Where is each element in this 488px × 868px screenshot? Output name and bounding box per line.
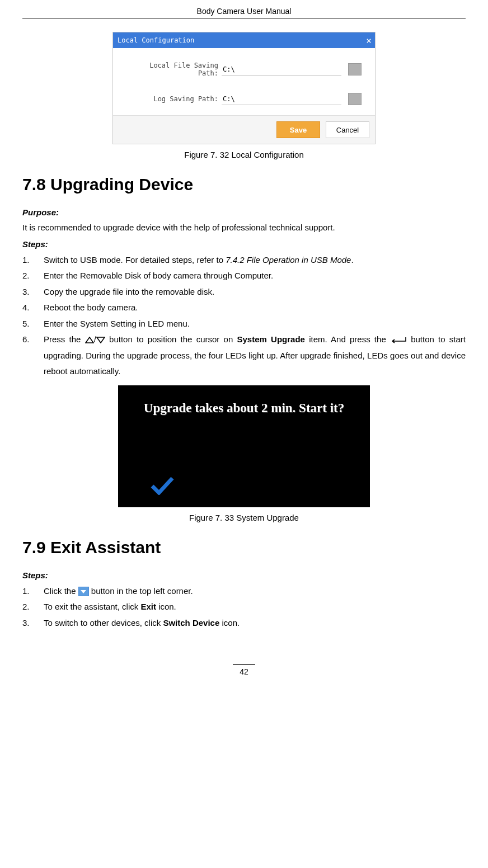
step-79-3: To switch to other devices, click Switch… [22,615,466,631]
step-78-6: Press the / button to position the curso… [22,332,466,380]
svg-marker-0 [86,337,93,343]
step-78-2: Enter the Removable Disk of body camera … [22,268,466,284]
check-icon [151,476,174,495]
section-7-8-heading: 7.8 Upgrading Device [22,175,466,194]
browse-button-file[interactable] [348,63,362,76]
file-path-label: Local File Saving Path: [126,62,222,77]
file-path-input[interactable] [222,63,341,76]
figure-32: Local Configuration × Local File Saving … [22,32,466,144]
step-78-5: Enter the System Setting in LED menu. [22,316,466,332]
svg-marker-1 [97,337,105,343]
figure-32-caption: Figure 7. 32 Local Configuration [22,150,466,159]
steps-list-78: Switch to USB mode. For detailed steps, … [22,252,466,380]
upgrade-prompt-text: Upgrade takes about 2 min. Start it? [118,401,370,416]
up-arrow-icon [85,336,94,344]
step-79-2: To exit the assistant, click Exit icon. [22,599,466,615]
steps-list-79: Click the button in the top left corner.… [22,583,466,631]
log-path-label: Log Saving Path: [126,95,222,103]
dialog-body: Local File Saving Path: Log Saving Path: [113,48,375,115]
log-path-input[interactable] [222,93,341,105]
step-78-3: Copy the upgrade file into the removable… [22,284,466,300]
purpose-label: Purpose: [22,207,466,217]
section-7-9-heading: 7.9 Exit Assistant [22,538,466,557]
purpose-text: It is recommended to upgrade device with… [22,220,466,235]
log-path-row: Log Saving Path: [126,93,362,105]
page: Body Camera User Manual Local Configurat… [0,0,488,699]
menu-dropdown-icon [78,587,89,596]
steps-label-79: Steps: [22,570,466,580]
step-78-4: Reboot the body camera. [22,300,466,316]
close-icon[interactable]: × [366,35,372,46]
local-config-dialog: Local Configuration × Local File Saving … [112,32,376,144]
save-button[interactable]: Save [276,121,320,138]
figure-33-caption: Figure 7. 33 System Upgrade [22,513,466,522]
file-path-row: Local File Saving Path: [126,62,362,77]
enter-icon [390,336,407,344]
steps-label-78: Steps: [22,239,466,249]
device-screen: Upgrade takes about 2 min. Start it? [118,385,370,507]
cancel-button[interactable]: Cancel [326,121,369,138]
step-78-1: Switch to USB mode. For detailed steps, … [22,252,466,268]
dialog-titlebar: Local Configuration × [113,32,375,48]
browse-button-log[interactable] [348,93,362,105]
page-number: 42 [233,664,255,676]
down-arrow-icon [96,336,105,344]
svg-marker-2 [81,590,86,593]
dialog-title: Local Configuration [118,36,194,44]
page-header: Body Camera User Manual [22,7,466,18]
dialog-footer: Save Cancel [113,115,375,144]
step-79-1: Click the button in the top left corner. [22,583,466,600]
